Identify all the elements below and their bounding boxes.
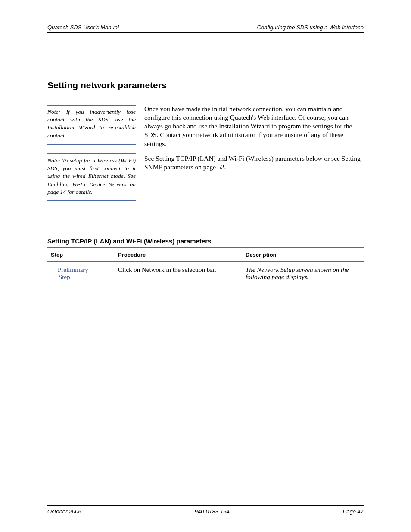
note-lose-contact: Note: If you inadvertently lose contact … — [47, 105, 136, 145]
running-header: Quatech SDS User's Manual Configuring th… — [47, 24, 364, 33]
header-left: Quatech SDS User's Manual — [47, 24, 119, 31]
col-procedure: Procedure — [115, 248, 242, 262]
footer-right: Page 47 — [343, 508, 364, 515]
note-wireless-setup: Note: To setup for a Wireless (Wi-Fi) SD… — [47, 153, 136, 201]
running-footer: October 2006 940-0183-154 Page 47 — [47, 505, 364, 515]
intro-paragraph-1: Once you have made the initial network c… — [144, 105, 364, 148]
procedure-table: Step Procedure Description Preliminary S… — [47, 248, 364, 289]
section-body: Note: If you inadvertently lose contact … — [47, 105, 364, 210]
step-cell: Preliminary Step — [47, 261, 115, 289]
subsection-heading: Setting TCP/IP (LAN) and Wi-Fi (Wireless… — [47, 237, 364, 248]
notes-column: Note: If you inadvertently lose contact … — [47, 105, 136, 210]
body-column: Once you have made the initial network c… — [144, 105, 364, 210]
page: Quatech SDS User's Manual Configuring th… — [0, 0, 411, 532]
footer-left: October 2006 — [47, 508, 81, 515]
step-sublabel: Step — [59, 274, 70, 280]
col-step: Step — [47, 248, 115, 262]
table-row: Preliminary Step Click on Network in the… — [47, 261, 364, 289]
footer-center: 940-0183-154 — [195, 508, 230, 515]
description-cell: The Network Setup screen shown on the fo… — [242, 261, 364, 289]
header-right: Configuring the SDS using a Web interfac… — [257, 24, 364, 31]
step-label: Preliminary — [58, 266, 88, 273]
section-heading: Setting network parameters — [47, 80, 364, 95]
checkbox-icon — [51, 268, 55, 272]
table-header-row: Step Procedure Description — [47, 248, 364, 262]
procedure-cell: Click on Network in the selection bar. — [115, 261, 242, 289]
col-description: Description — [242, 248, 364, 262]
intro-paragraph-2: See Setting TCP/IP (LAN) and Wi-Fi (Wire… — [144, 154, 364, 171]
